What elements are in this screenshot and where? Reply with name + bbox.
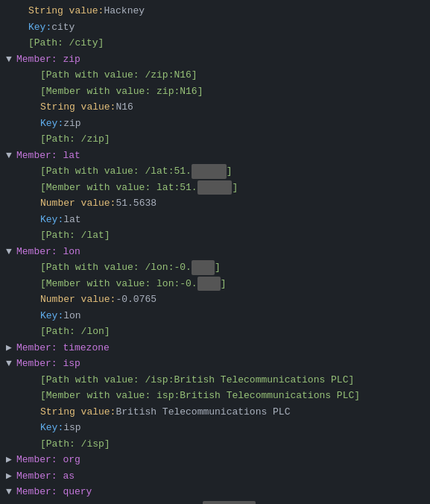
city-path-row: [Path: /city] bbox=[0, 35, 430, 51]
lon-member-value-row: [Member with value: lon:-0. ] bbox=[0, 276, 430, 292]
city-string-value-row: String value: Hackney bbox=[0, 3, 430, 19]
lat-path-value: [Path with value: /lat:51. bbox=[40, 164, 192, 179]
member-query-label: Member: query bbox=[16, 485, 92, 500]
collapse-toggle[interactable]: ▼ bbox=[6, 245, 16, 259]
member-org-row[interactable]: ▶ Member: org bbox=[0, 452, 430, 468]
member-isp-label: Member: isp bbox=[16, 356, 80, 371]
zip-path-value-row: [Path with value: /zip:N16] bbox=[0, 67, 430, 84]
lat-member-bracket: ] bbox=[232, 180, 238, 195]
lat-key-row: Key: lat bbox=[0, 212, 430, 228]
zip-path-value: [Path with value: /zip:N16] bbox=[40, 68, 197, 83]
zip-key-row: Key: zip bbox=[0, 116, 430, 132]
member-lon-row[interactable]: ▼ Member: lon bbox=[0, 244, 430, 260]
key-label: Key: bbox=[40, 309, 63, 324]
lon-key-row: Key: lon bbox=[0, 308, 430, 324]
collapse-toggle[interactable]: ▼ bbox=[6, 148, 16, 163]
query-path-bracket: ] bbox=[256, 501, 262, 505]
lat-member-value: [Member with value: lat:51. bbox=[40, 180, 197, 195]
redacted-4 bbox=[197, 277, 221, 292]
string-label: String value: bbox=[40, 100, 116, 115]
isp-path-row: [Path: /isp] bbox=[0, 436, 430, 453]
lon-key-val: lon bbox=[63, 309, 80, 324]
string-label: String value: bbox=[28, 4, 104, 19]
lon-path-val: [Path: /lon] bbox=[40, 324, 110, 339]
lon-path-bracket: ] bbox=[215, 260, 221, 275]
isp-member-value: [Member with value: isp:British Telecomm… bbox=[40, 388, 360, 403]
member-timezone-label: Member: timezone bbox=[16, 341, 110, 356]
lat-member-value-row: [Member with value: lat:51. ] bbox=[0, 180, 430, 196]
zip-key-val: zip bbox=[63, 116, 80, 131]
number-label: Number value: bbox=[40, 196, 116, 211]
tree-container: String value: Hackney Key: city [Path: /… bbox=[0, 0, 430, 504]
city-key-val: city bbox=[51, 20, 75, 35]
zip-member-value: [Member with value: zip:N16] bbox=[40, 84, 203, 99]
member-as-row[interactable]: ▶ Member: as bbox=[0, 468, 430, 485]
lat-path-row: [Path: /lat] bbox=[0, 227, 430, 244]
member-org-label: Member: org bbox=[16, 453, 80, 467]
zip-member-value-row: [Member with value: zip:N16] bbox=[0, 84, 430, 100]
string-label: String value: bbox=[40, 405, 116, 420]
redacted-5 bbox=[203, 501, 255, 505]
lon-path-value-row: [Path with value: /lon:-0. ] bbox=[0, 259, 430, 276]
member-timezone-row[interactable]: ▶ Member: timezone bbox=[0, 340, 430, 356]
city-key-row: Key: city bbox=[0, 19, 430, 36]
member-isp-row[interactable]: ▼ Member: isp bbox=[0, 356, 430, 372]
city-path-val: [Path: /city] bbox=[28, 36, 104, 51]
lon-number-val: -0.0765 bbox=[116, 292, 156, 307]
number-label: Number value: bbox=[40, 292, 116, 307]
member-as-label: Member: as bbox=[16, 469, 75, 484]
key-label: Key: bbox=[40, 116, 63, 131]
collapse-toggle[interactable]: ▼ bbox=[6, 356, 16, 371]
isp-string-val: British Telecommunications PLC bbox=[116, 405, 290, 420]
lon-path-row: [Path: /lon] bbox=[0, 324, 430, 340]
member-query-row[interactable]: ▼ Member: query bbox=[0, 484, 430, 500]
lon-path-value: [Path with value: /lon:-0. bbox=[40, 260, 192, 275]
lon-member-value: [Member with value: lon:-0. bbox=[40, 277, 197, 292]
member-lat-label: Member: lat bbox=[16, 148, 80, 163]
redacted-1 bbox=[192, 164, 227, 179]
isp-path-val: [Path: /isp] bbox=[40, 437, 110, 452]
query-path-value-row: [Path with value: /query:31. ] bbox=[0, 500, 430, 505]
key-label: Key: bbox=[28, 20, 51, 35]
lat-path-value-row: [Path with value: /lat:51. ] bbox=[0, 163, 430, 180]
lat-number-value-row: Number value: 51.5638 bbox=[0, 195, 430, 212]
isp-string-value-row: String value: British Telecommunications… bbox=[0, 404, 430, 420]
isp-path-value: [Path with value: /isp:British Telecommu… bbox=[40, 373, 354, 388]
lon-number-value-row: Number value: -0.0765 bbox=[0, 292, 430, 308]
zip-string-val: N16 bbox=[116, 100, 133, 115]
isp-path-value-row: [Path with value: /isp:British Telecommu… bbox=[0, 372, 430, 388]
member-zip-label: Member: zip bbox=[16, 52, 80, 67]
expand-toggle[interactable]: ▶ bbox=[6, 453, 16, 467]
redacted-3 bbox=[192, 260, 215, 275]
city-string-val: Hackney bbox=[104, 4, 145, 19]
key-label: Key: bbox=[40, 212, 63, 227]
lat-key-val: lat bbox=[63, 212, 80, 227]
member-lon-label: Member: lon bbox=[16, 245, 80, 259]
isp-member-value-row: [Member with value: isp:British Telecomm… bbox=[0, 388, 430, 404]
zip-path-val: [Path: /zip] bbox=[40, 132, 110, 147]
isp-key-val: isp bbox=[63, 420, 80, 435]
lat-path-bracket: ] bbox=[227, 164, 233, 179]
redacted-2 bbox=[197, 180, 233, 195]
expand-toggle[interactable]: ▶ bbox=[6, 341, 16, 356]
expand-toggle[interactable]: ▶ bbox=[6, 469, 16, 484]
member-lat-row[interactable]: ▼ Member: lat bbox=[0, 148, 430, 164]
lat-path-val: [Path: /lat] bbox=[40, 228, 110, 243]
member-zip-row[interactable]: ▼ Member: zip bbox=[0, 51, 430, 68]
collapse-toggle[interactable]: ▼ bbox=[6, 52, 16, 67]
isp-key-row: Key: isp bbox=[0, 420, 430, 436]
key-label: Key: bbox=[40, 420, 63, 435]
collapse-toggle[interactable]: ▼ bbox=[6, 485, 16, 500]
zip-string-value-row: String value: N16 bbox=[0, 99, 430, 116]
query-path-value: [Path with value: /query:31. bbox=[40, 501, 203, 505]
lon-member-bracket: ] bbox=[221, 277, 227, 292]
zip-path-row: [Path: /zip] bbox=[0, 131, 430, 148]
lat-number-val: 51.5638 bbox=[116, 196, 156, 211]
